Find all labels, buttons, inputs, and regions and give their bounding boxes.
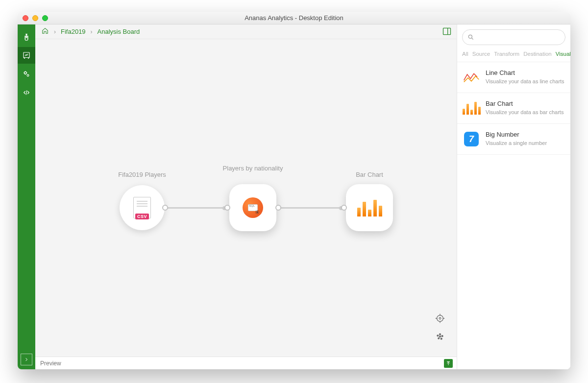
window-controls: [23, 15, 48, 21]
line-chart-icon: [463, 69, 480, 86]
breadcrumb: › Fifa2019 › Analysis Board: [35, 24, 457, 39]
svg-point-2: [27, 74, 29, 76]
svg-point-7: [439, 317, 441, 319]
preview-bar: Preview: [35, 357, 457, 369]
sql-transform-icon: [243, 197, 263, 218]
list-item-bar-chart[interactable]: Bar Chart Visualize your data as bar cha…: [457, 93, 570, 124]
breadcrumb-project[interactable]: Fifa2019: [61, 28, 86, 35]
node-source-csv[interactable]: CSV: [120, 185, 165, 230]
crosshair-icon: [435, 313, 445, 324]
list-item-desc: Visualize your data as line charts: [486, 78, 564, 85]
filter-tabs: All Source Transform Destination Visuali…: [457, 48, 570, 62]
search-field[interactable]: [462, 29, 565, 45]
svg-point-11: [438, 337, 440, 339]
filter-transform[interactable]: Transform: [494, 51, 519, 57]
node-output-port[interactable]: [162, 205, 168, 211]
node-label: Players by nationality: [219, 165, 287, 172]
panel-icon: [442, 26, 452, 36]
svg-point-14: [468, 35, 472, 38]
chevron-right-icon: [24, 357, 29, 362]
sidebar-expand-button[interactable]: [21, 354, 32, 365]
app-window: Ananas Analytics - Desktop Edition: [18, 12, 570, 369]
gears-icon: [22, 70, 31, 78]
svg-point-6: [437, 315, 443, 322]
svg-point-9: [440, 334, 441, 335]
filter-source[interactable]: Source: [472, 51, 490, 57]
big-number-icon: 7: [463, 131, 480, 147]
filter-visualization[interactable]: Visualization: [556, 51, 570, 57]
svg-point-5: [257, 212, 258, 213]
main-column: › Fifa2019 › Analysis Board Fifa2019 Pla…: [35, 24, 457, 369]
titlebar: Ananas Analytics - Desktop Edition: [18, 12, 570, 24]
svg-point-12: [441, 338, 442, 339]
node-input-port[interactable]: [341, 205, 347, 211]
node-input-port[interactable]: [224, 205, 230, 211]
home-icon: [41, 27, 49, 35]
svg-rect-3: [443, 28, 451, 34]
breadcrumb-home[interactable]: [41, 27, 49, 37]
bar-chart-icon: [463, 100, 480, 117]
search-input[interactable]: [477, 34, 560, 41]
filter-destination[interactable]: Destination: [523, 51, 552, 57]
minimize-window-button[interactable]: [32, 15, 38, 21]
svg-point-13: [440, 336, 441, 337]
preview-label: Preview: [40, 360, 61, 367]
sidebar-item-overview[interactable]: [18, 28, 35, 45]
node-transform-sql[interactable]: [229, 184, 276, 231]
sidebar-item-code[interactable]: [18, 84, 35, 101]
list-item-line-chart[interactable]: Line Chart Visualize your data as line c…: [457, 62, 570, 93]
node-viz-barchart[interactable]: [346, 184, 393, 231]
auto-layout-button[interactable]: [433, 330, 447, 344]
csv-file-icon: CSV: [133, 197, 151, 218]
list-item-desc: Visualize a single number: [486, 140, 547, 146]
sidebar: [18, 24, 35, 369]
svg-point-8: [437, 335, 439, 336]
window-title: Ananas Analytics - Desktop Edition: [18, 14, 570, 22]
sidebar-item-settings[interactable]: [18, 66, 35, 82]
toggle-right-panel-button[interactable]: [442, 26, 452, 38]
svg-point-10: [441, 335, 443, 337]
list-item-big-number[interactable]: 7 Big Number Visualize a single number: [457, 124, 570, 155]
breadcrumb-page: Analysis Board: [98, 28, 140, 35]
list-item-title: Big Number: [486, 131, 547, 138]
list-item-title: Line Chart: [486, 69, 564, 76]
close-window-button[interactable]: [23, 15, 28, 21]
search-icon: [467, 34, 474, 41]
edge: [162, 207, 224, 209]
pineapple-icon: [22, 32, 31, 41]
node-label: Fifa2019 Players: [108, 171, 176, 179]
code-icon: [22, 88, 31, 97]
node-output-port[interactable]: [275, 205, 281, 211]
breadcrumb-sep-icon: ›: [91, 28, 93, 35]
component-list: Line Chart Visualize your data as line c…: [457, 62, 570, 369]
arrow-up-icon: [445, 360, 451, 366]
filter-all[interactable]: All: [462, 51, 468, 57]
breadcrumb-sep-icon: ›: [54, 28, 56, 35]
zoom-window-button[interactable]: [42, 15, 48, 21]
list-item-title: Bar Chart: [486, 100, 564, 107]
list-item-desc: Visualize your data as bar charts: [486, 109, 564, 116]
pipeline-canvas[interactable]: Fifa2019 Players CSV Players by national…: [35, 39, 457, 357]
board-icon: [22, 51, 31, 60]
recenter-button[interactable]: [433, 311, 447, 325]
scatter-icon: [435, 332, 445, 342]
right-panel: All Source Transform Destination Visuali…: [457, 24, 570, 369]
gear-icon: [254, 209, 260, 215]
bar-chart-icon: [357, 199, 382, 216]
expand-preview-button[interactable]: [444, 359, 453, 368]
node-label: Bar Chart: [335, 171, 404, 179]
sidebar-item-board[interactable]: [18, 47, 35, 64]
edge: [278, 207, 341, 209]
